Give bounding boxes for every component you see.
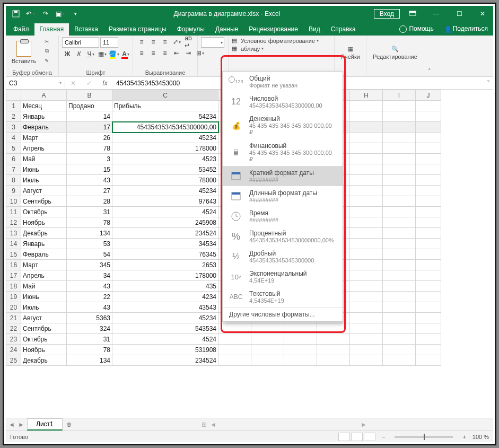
tab-home[interactable]: Главная: [34, 23, 69, 36]
cell[interactable]: [350, 111, 383, 122]
select-all[interactable]: [6, 90, 21, 101]
cell[interactable]: [383, 313, 416, 323]
cell[interactable]: 435: [112, 281, 218, 292]
cell[interactable]: 4523: [112, 154, 218, 164]
editing-button[interactable]: 🔍Редактирование: [370, 37, 421, 68]
cell[interactable]: [416, 249, 441, 260]
cell[interactable]: [218, 334, 251, 345]
cell[interactable]: 78: [67, 217, 112, 228]
tab-data[interactable]: Данные: [210, 23, 243, 36]
cell[interactable]: [317, 345, 350, 355]
cell[interactable]: Октябрь: [21, 207, 67, 217]
cell[interactable]: [383, 186, 416, 196]
cell[interactable]: Месяц: [21, 101, 67, 111]
cell[interactable]: [317, 355, 350, 366]
cell[interactable]: [350, 186, 383, 196]
align-middle-icon[interactable]: ≡: [148, 37, 159, 47]
cell[interactable]: Прибыль: [112, 101, 218, 111]
view-break-icon[interactable]: [364, 433, 375, 441]
cell[interactable]: [383, 345, 416, 355]
cell[interactable]: [350, 260, 383, 270]
cell[interactable]: Сентябрь: [21, 323, 67, 334]
cell[interactable]: 43: [67, 175, 112, 186]
cell[interactable]: 54: [67, 249, 112, 260]
cell[interactable]: [350, 302, 383, 313]
col-header-A[interactable]: A: [21, 90, 67, 101]
cell[interactable]: [251, 355, 284, 366]
cell[interactable]: [383, 323, 416, 334]
paste-button[interactable]: Вставить: [9, 37, 39, 68]
accept-formula-icon[interactable]: ✓: [86, 80, 92, 87]
row-header[interactable]: 23: [6, 334, 21, 345]
hscroll-left-icon[interactable]: ◄: [210, 421, 216, 428]
cell[interactable]: 134: [67, 355, 112, 366]
row-header[interactable]: 19: [6, 292, 21, 302]
cell[interactable]: [383, 133, 416, 143]
cell[interactable]: [350, 334, 383, 345]
align-left-icon[interactable]: ≡: [136, 48, 147, 58]
cell[interactable]: 4524: [112, 207, 218, 217]
cell[interactable]: [383, 143, 416, 154]
nf-short-date[interactable]: Краткий формат даты#########: [223, 166, 343, 186]
nf-number[interactable]: 12 Числовой45435435345345300000,00: [223, 92, 343, 112]
sheet-next-icon[interactable]: ►: [18, 421, 24, 428]
cell[interactable]: [383, 270, 416, 281]
cell[interactable]: [350, 196, 383, 207]
cell[interactable]: [350, 143, 383, 154]
cell[interactable]: [284, 345, 317, 355]
cell[interactable]: [350, 239, 383, 249]
cell[interactable]: Июль: [21, 175, 67, 186]
cell[interactable]: 14: [67, 111, 112, 122]
cell[interactable]: [416, 334, 441, 345]
cancel-formula-icon[interactable]: ✕: [71, 80, 76, 87]
cell[interactable]: Май: [21, 281, 67, 292]
cell[interactable]: [416, 313, 441, 323]
font-name-combo[interactable]: [62, 37, 99, 48]
cell[interactable]: [383, 164, 416, 175]
cell[interactable]: Октябрь: [21, 334, 67, 345]
cell[interactable]: [350, 101, 383, 111]
row-header[interactable]: 3: [6, 122, 21, 133]
cell[interactable]: Январь: [21, 239, 67, 249]
cell[interactable]: 43543: [112, 302, 218, 313]
expand-formula-icon[interactable]: ˅: [484, 80, 493, 87]
sheet-prev-icon[interactable]: ◄: [8, 421, 15, 428]
cell[interactable]: 45234: [112, 133, 218, 143]
cell[interactable]: 28: [67, 196, 112, 207]
cell[interactable]: [383, 334, 416, 345]
row-header[interactable]: 15: [6, 249, 21, 260]
row-header[interactable]: 17: [6, 270, 21, 281]
cell[interactable]: 134: [67, 228, 112, 239]
cell[interactable]: [416, 154, 441, 164]
row-header[interactable]: 12: [6, 217, 21, 228]
cell[interactable]: 45234: [112, 186, 218, 196]
col-header-C[interactable]: C: [112, 90, 218, 101]
cell[interactable]: [350, 175, 383, 186]
zoom-in-icon[interactable]: +: [462, 434, 466, 440]
nf-accounting[interactable]: 🖩 Финансовый45 435 435 345 345 300 000,0…: [223, 139, 343, 166]
cell[interactable]: [350, 249, 383, 260]
cell[interactable]: 5363: [67, 313, 112, 323]
tab-layout[interactable]: Разметка страницы: [103, 23, 172, 36]
cell[interactable]: [383, 111, 416, 122]
cut-icon[interactable]: ✂: [41, 37, 52, 46]
cell[interactable]: [383, 207, 416, 217]
row-header[interactable]: 22: [6, 323, 21, 334]
cell[interactable]: [383, 122, 416, 133]
nf-time[interactable]: Время#########: [223, 206, 343, 226]
cell[interactable]: 43: [67, 302, 112, 313]
nf-fraction[interactable]: ½ Дробный45435435345345300000: [223, 247, 343, 267]
cell[interactable]: 53452: [112, 164, 218, 175]
cell[interactable]: [416, 270, 441, 281]
font-size-combo[interactable]: [100, 37, 118, 48]
cell[interactable]: [350, 355, 383, 366]
cell[interactable]: 76345: [112, 249, 218, 260]
cell[interactable]: 17: [67, 122, 112, 133]
cell[interactable]: [350, 217, 383, 228]
cell[interactable]: 31: [67, 334, 112, 345]
italic-button[interactable]: К: [74, 49, 84, 59]
cell[interactable]: 78000: [112, 175, 218, 186]
cell[interactable]: 324: [67, 323, 112, 334]
row-header[interactable]: 9: [6, 186, 21, 196]
row-header[interactable]: 10: [6, 196, 21, 207]
